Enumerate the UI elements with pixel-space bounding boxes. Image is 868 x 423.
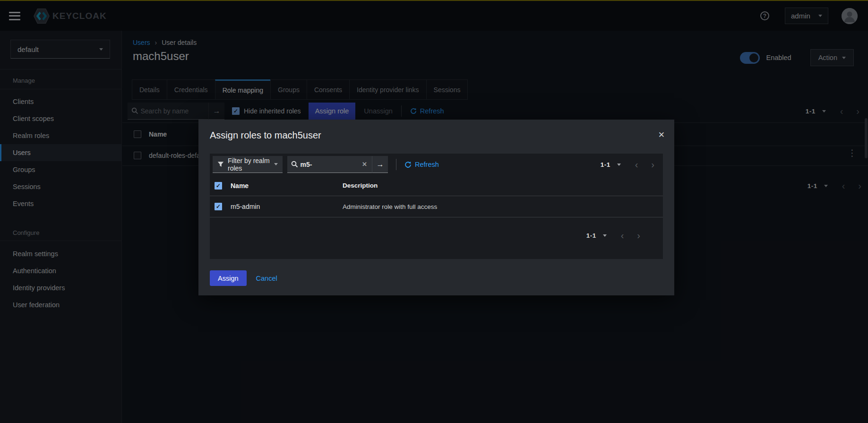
name-column-header: Name: [231, 182, 343, 190]
modal-search-box: ✕: [287, 156, 372, 173]
pagination-range: 1-1: [601, 161, 610, 168]
modal-bottom-pagination: 1-1 ‹ ›: [586, 231, 640, 240]
modal-search-group: ✕ →: [287, 156, 388, 173]
chevron-down-icon: [274, 163, 278, 165]
role-description-cell: Administrator role with full access: [343, 203, 663, 210]
filter-dropdown-value: Filter by realm roles: [228, 157, 274, 172]
modal-table-header-row: ✓ Name Description: [210, 175, 663, 196]
role-name-cell: m5-admin: [231, 203, 343, 210]
row-checkbox[interactable]: ✓: [215, 203, 222, 210]
divider: [396, 159, 396, 170]
assign-button[interactable]: Assign: [210, 270, 247, 286]
previous-page-button[interactable]: ‹: [621, 231, 624, 240]
next-page-button[interactable]: ›: [637, 231, 640, 240]
modal-roles-panel: Filter by realm roles ✕ → Refresh: [210, 154, 663, 259]
pagination-range: 1-1: [586, 232, 596, 239]
modal-table-row: ✓ m5-admin Administrator role with full …: [210, 196, 663, 217]
clear-search-icon[interactable]: ✕: [361, 161, 368, 168]
previous-page-button[interactable]: ‹: [635, 160, 638, 169]
description-column-header: Description: [343, 182, 663, 189]
search-icon: [291, 161, 298, 168]
close-icon[interactable]: ✕: [658, 130, 665, 140]
next-page-button[interactable]: ›: [651, 160, 654, 169]
chevron-down-icon[interactable]: [603, 234, 607, 237]
modal-top-pagination: 1-1 ‹ ›: [601, 160, 654, 169]
chevron-down-icon[interactable]: [617, 164, 621, 166]
modal-search-input[interactable]: [300, 161, 361, 168]
modal-roles-table: ✓ Name Description ✓ m5-admin Administra…: [210, 175, 663, 240]
assign-roles-modal: Assign roles to mach5user ✕ Filter by re…: [198, 120, 674, 295]
cancel-button[interactable]: Cancel: [256, 275, 277, 282]
filter-by-realm-roles-dropdown[interactable]: Filter by realm roles: [213, 156, 283, 173]
modal-footer: Assign Cancel: [210, 270, 277, 286]
modal-select-all-checkbox[interactable]: ✓: [215, 182, 222, 190]
modal-title: Assign roles to mach5user: [210, 130, 321, 141]
refresh-icon: [404, 161, 412, 168]
modal-refresh-link[interactable]: Refresh: [404, 161, 439, 168]
modal-search-submit-button[interactable]: →: [372, 156, 388, 173]
modal-toolbar: Filter by realm roles ✕ → Refresh: [210, 154, 663, 175]
filter-icon: [217, 161, 224, 168]
